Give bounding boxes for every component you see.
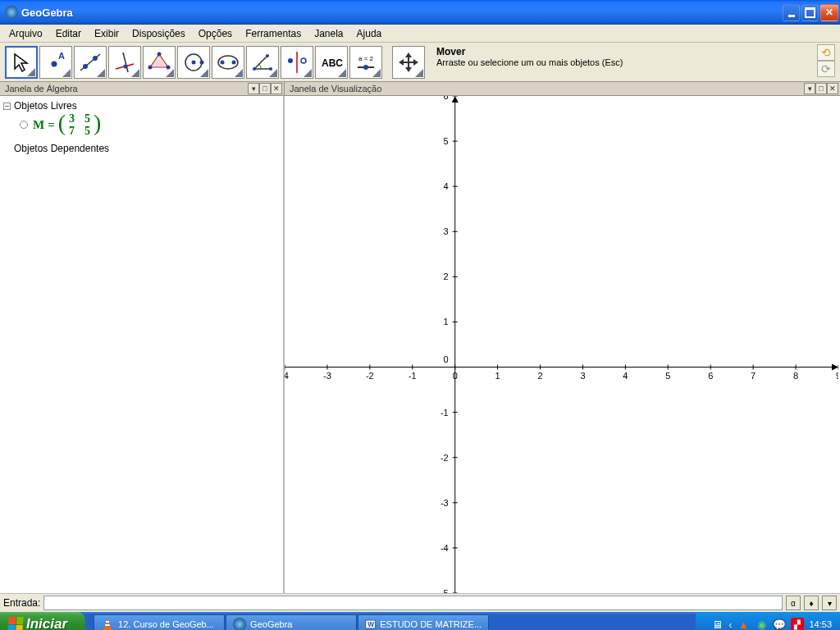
svg-text:7: 7 — [751, 371, 756, 381]
svg-marker-31 — [452, 96, 459, 103]
svg-text:-1: -1 — [441, 408, 449, 418]
system-tray: 🖥 ‹ ▲ ◉ 💬 ▞ 14:53 — [696, 612, 840, 630]
algebra-panel-options-icon[interactable]: ▾ — [248, 83, 259, 94]
svg-text:0: 0 — [444, 354, 449, 364]
minimize-button[interactable] — [783, 4, 800, 21]
windows-logo-icon — [7, 617, 24, 630]
app-icon — [5, 6, 18, 19]
visibility-toggle-icon[interactable] — [20, 121, 28, 129]
tool-move-view[interactable] — [392, 46, 425, 79]
tool-description: Mover Arraste ou selecione um ou mais ob… — [436, 46, 815, 67]
svg-text:1: 1 — [495, 371, 500, 381]
tool-reflect[interactable] — [281, 46, 313, 79]
graphics-panel-title: Janela de Visualização — [290, 84, 381, 94]
tool-desc-text: Arraste ou selecione um ou mais objetos … — [436, 57, 815, 67]
algebra-panel-window-icon[interactable]: □ — [259, 83, 271, 94]
tray-bobble-icon[interactable]: ◉ — [755, 618, 768, 630]
object-matrix-m[interactable]: M = ( 3 5 7 5 ) — [20, 112, 281, 137]
tool-move[interactable] — [5, 46, 38, 79]
algebra-view[interactable]: − Objetos Livres M = ( 3 5 7 5 ) Objetos… — [0, 96, 285, 593]
undo-button[interactable]: ⟲ — [817, 44, 835, 61]
svg-point-23 — [301, 58, 306, 63]
menu-ferramentas[interactable]: Ferramentas — [240, 26, 307, 41]
taskbar-item-geogebra[interactable]: GeoGebra — [226, 614, 357, 630]
svg-text:3: 3 — [444, 226, 449, 236]
menu-arquivo[interactable]: Arquivo — [3, 26, 48, 41]
svg-point-9 — [158, 52, 162, 57]
graphics-view[interactable]: -4-3-2-10123456789-5-4-3-2-11234560 — [285, 96, 840, 593]
start-button[interactable]: Iniciar — [0, 612, 85, 630]
svg-rect-85 — [106, 621, 109, 623]
tray-clock[interactable]: 14:53 — [809, 619, 832, 629]
menu-disposicoes[interactable]: Disposições — [126, 26, 191, 41]
tool-polygon[interactable] — [143, 46, 176, 79]
graphics-panel-header: Janela de Visualização ▾ □ ✕ — [285, 82, 840, 96]
tool-text[interactable]: ABC — [315, 46, 348, 79]
svg-text:3: 3 — [580, 371, 585, 381]
svg-text:ABC: ABC — [322, 57, 343, 69]
tree-free-objects[interactable]: − Objetos Livres — [2, 99, 281, 112]
svg-text:a = 2: a = 2 — [358, 55, 374, 62]
tray-avira-icon[interactable]: ▞ — [791, 618, 804, 630]
window-title: GeoGebra — [21, 7, 783, 19]
tree-collapse-icon[interactable]: − — [3, 103, 11, 110]
svg-text:5: 5 — [444, 136, 449, 146]
menu-ajuda[interactable]: Ajuda — [351, 26, 388, 41]
free-objects-label: Objetos Livres — [14, 100, 77, 112]
taskbar-item-vlc[interactable]: 12. Curso de GeoGeb... — [94, 614, 225, 630]
algebra-panel-header: Janela de Álgebra ▾ □ ✕ — [0, 82, 285, 96]
graphics-panel-close-icon[interactable]: ✕ — [827, 83, 838, 94]
matrix-equals: = — [48, 118, 55, 132]
tool-angle[interactable] — [246, 46, 279, 79]
menu-editar[interactable]: Editar — [50, 26, 87, 41]
tray-desktop-icon[interactable]: 🖥 — [710, 618, 724, 630]
input-alpha-toggle[interactable]: α — [786, 596, 801, 610]
toolbar: A ABC a = 2 Mover Arraste ou selecione u… — [0, 43, 840, 82]
command-input[interactable] — [43, 596, 783, 610]
matrix-paren-right: ) — [94, 115, 101, 131]
matrix-cell: 3 — [69, 112, 75, 125]
maximize-button[interactable] — [801, 4, 819, 21]
tool-line[interactable] — [74, 46, 107, 79]
tray-chat-icon[interactable]: 💬 — [773, 618, 786, 630]
close-button[interactable] — [820, 4, 838, 21]
menu-exibir[interactable]: Exibir — [89, 26, 125, 41]
tray-expand-icon[interactable]: ‹ — [728, 619, 732, 631]
tool-slider[interactable]: a = 2 — [349, 46, 382, 79]
svg-text:4: 4 — [623, 371, 628, 381]
svg-point-22 — [288, 58, 293, 63]
tool-ellipse[interactable] — [212, 46, 244, 79]
tray-vlc-icon[interactable]: ▲ — [737, 618, 750, 630]
menu-janela[interactable]: Janela — [308, 26, 349, 41]
start-label: Iniciar — [26, 616, 67, 630]
taskbar-item-label: GeoGebra — [250, 619, 292, 629]
graphics-panel-window-icon[interactable]: □ — [815, 83, 827, 94]
svg-marker-29 — [832, 364, 838, 371]
svg-text:1: 1 — [444, 317, 449, 326]
svg-point-19 — [266, 54, 269, 57]
tool-perpendicular[interactable] — [108, 46, 141, 79]
redo-button[interactable]: ⟳ — [817, 61, 835, 77]
tool-circle[interactable] — [177, 46, 210, 79]
input-bar: Entrada: α ♦ ▾ — [0, 593, 840, 612]
svg-text:-3: -3 — [441, 498, 449, 508]
svg-text:8: 8 — [793, 371, 798, 381]
tool-point[interactable]: A — [39, 46, 72, 79]
matrix-cell: 5 — [84, 112, 90, 125]
input-help-dropdown[interactable]: ♦ — [804, 596, 819, 610]
input-command-list[interactable]: ▾ — [822, 596, 837, 610]
svg-line-6 — [123, 52, 128, 72]
svg-point-0 — [52, 62, 57, 67]
algebra-panel-close-icon[interactable]: ✕ — [271, 83, 282, 94]
graphics-panel-options-icon[interactable]: ▾ — [804, 83, 815, 94]
svg-text:6: 6 — [444, 96, 449, 101]
svg-point-20 — [269, 67, 272, 71]
svg-point-11 — [148, 66, 153, 70]
svg-text:-3: -3 — [323, 371, 331, 381]
taskbar-item-word[interactable]: W ESTUDO DE MATRIZE... — [358, 614, 489, 630]
menu-opcoes[interactable]: Opções — [193, 26, 238, 41]
input-label: Entrada: — [3, 597, 40, 609]
taskbar-item-label: ESTUDO DE MATRIZE... — [380, 619, 482, 629]
tree-dependent-objects[interactable]: Objetos Dependentes — [2, 142, 281, 155]
svg-point-13 — [192, 61, 196, 65]
